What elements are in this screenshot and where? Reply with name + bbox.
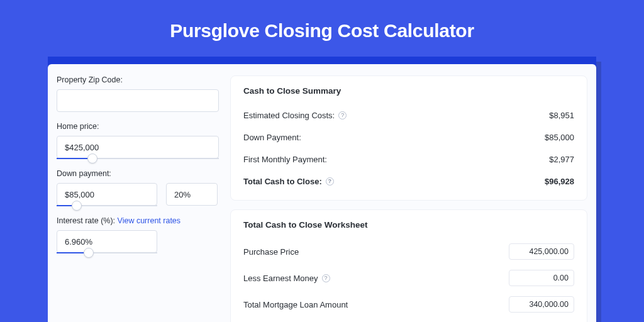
- interest-rate-slider[interactable]: [57, 252, 157, 253]
- summary-row-value: $8,951: [549, 111, 574, 120]
- interest-rate-label-text: Interest rate (%):: [57, 216, 118, 225]
- calculator-outer-card: Property Zip Code: Home price: Down paym…: [48, 57, 596, 322]
- worksheet-row-label: Total Mortgage Loan Amount: [243, 300, 348, 309]
- worksheet-row: Total Mortgage Loan Amount: [243, 291, 574, 318]
- worksheet-row-value-input[interactable]: [509, 243, 574, 260]
- summary-row: First Monthly Payment: $2,977: [243, 148, 574, 170]
- down-payment-slider-handle[interactable]: [72, 201, 82, 211]
- zip-input[interactable]: [57, 89, 219, 112]
- worksheet-row: Purchase Price: [243, 238, 574, 265]
- page-title: Pursglove Closing Cost Calculator: [0, 0, 644, 57]
- summary-row: Estimated Closing Costs: ? $8,951: [243, 104, 574, 126]
- worksheet-row-label: Purchase Price: [243, 247, 299, 257]
- summary-row-label: Down Payment:: [243, 133, 301, 142]
- worksheet-row: Less Earnest Money ?: [243, 265, 574, 291]
- zip-field-group: Property Zip Code:: [57, 75, 219, 112]
- home-price-field-group: Home price:: [57, 122, 219, 159]
- home-price-slider-handle[interactable]: [87, 153, 97, 164]
- help-icon[interactable]: ?: [338, 111, 347, 119]
- home-price-input[interactable]: [57, 136, 219, 158]
- view-current-rates-link[interactable]: View current rates: [118, 216, 181, 225]
- help-icon[interactable]: ?: [326, 177, 334, 186]
- interest-rate-input[interactable]: [57, 230, 157, 253]
- down-payment-label: Down payment:: [57, 169, 219, 178]
- summary-total-row: Total Cash to Close: ? $96,928: [243, 170, 574, 192]
- help-icon[interactable]: ?: [322, 274, 330, 282]
- worksheet-row-label: Less Earnest Money: [243, 274, 318, 283]
- down-payment-input[interactable]: [57, 183, 157, 206]
- cash-to-close-summary-title: Cash to Close Summary: [243, 86, 574, 96]
- home-price-slider[interactable]: [57, 158, 219, 159]
- results-panel: Cash to Close Summary Estimated Closing …: [230, 75, 587, 322]
- zip-label: Property Zip Code:: [57, 75, 219, 84]
- summary-row-value: $2,977: [549, 155, 574, 164]
- inputs-panel: Property Zip Code: Home price: Down paym…: [57, 75, 219, 322]
- worksheet-row-value-input[interactable]: [509, 296, 574, 313]
- worksheet-card: Total Cash to Close Worksheet Purchase P…: [230, 209, 587, 322]
- worksheet-row-value-input[interactable]: [509, 270, 574, 286]
- summary-row-label: First Monthly Payment:: [243, 155, 327, 164]
- down-payment-slider[interactable]: [57, 205, 157, 206]
- worksheet-row: Total Second Mortgage Amount: [243, 318, 574, 322]
- down-payment-percent-input[interactable]: [166, 183, 218, 206]
- down-payment-field-group: Down payment:: [57, 169, 219, 206]
- summary-row-label: Estimated Closing Costs:: [243, 111, 335, 120]
- calculator-inner-card: Property Zip Code: Home price: Down paym…: [48, 64, 596, 322]
- interest-rate-label: Interest rate (%): View current rates: [57, 216, 219, 225]
- cash-to-close-summary-card: Cash to Close Summary Estimated Closing …: [230, 75, 587, 201]
- summary-row-value: $85,000: [545, 133, 574, 142]
- summary-total-label: Total Cash to Close:: [243, 177, 322, 186]
- worksheet-title: Total Cash to Close Worksheet: [243, 220, 574, 230]
- summary-total-value: $96,928: [545, 177, 574, 186]
- home-price-label: Home price:: [57, 122, 219, 131]
- interest-rate-field-group: Interest rate (%): View current rates: [57, 216, 219, 253]
- summary-row: Down Payment: $85,000: [243, 126, 574, 148]
- interest-rate-slider-handle[interactable]: [84, 248, 94, 258]
